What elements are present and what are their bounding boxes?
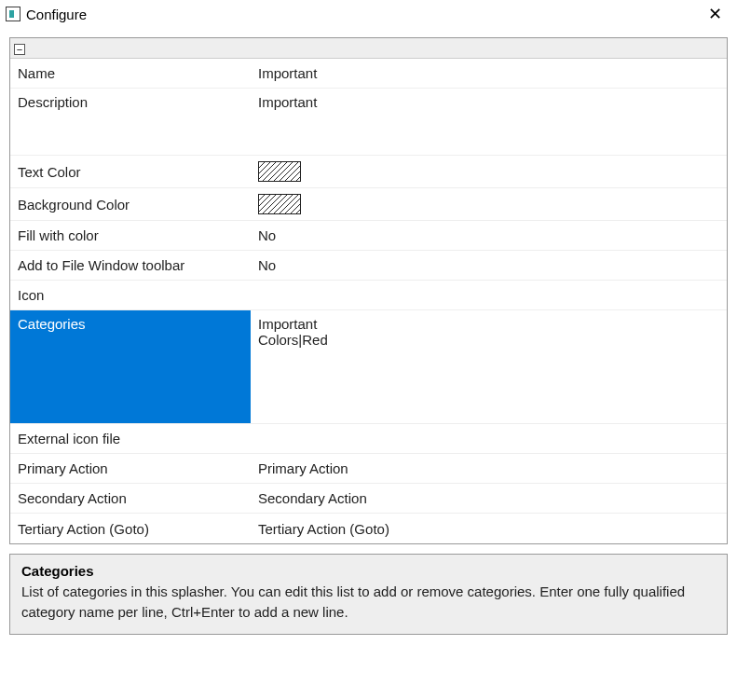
collapse-icon[interactable]: − bbox=[14, 44, 25, 55]
help-panel: Categories List of categories in this sp… bbox=[9, 554, 728, 635]
property-label: Categories bbox=[10, 310, 251, 423]
property-row[interactable]: NameImportant bbox=[10, 59, 727, 89]
svg-rect-1 bbox=[259, 195, 300, 213]
property-label: Icon bbox=[10, 281, 251, 309]
property-value[interactable]: Secondary Action bbox=[251, 484, 727, 513]
property-value[interactable]: No bbox=[251, 221, 727, 250]
help-title: Categories bbox=[21, 563, 716, 579]
color-swatch-none-icon[interactable] bbox=[258, 161, 301, 182]
property-row[interactable]: Primary ActionPrimary Action bbox=[10, 454, 727, 484]
property-value[interactable] bbox=[251, 156, 727, 187]
property-value[interactable]: Important bbox=[251, 89, 727, 155]
property-label: External icon file bbox=[10, 424, 251, 453]
property-label: Text Color bbox=[10, 156, 251, 187]
property-label: Tertiary Action (Goto) bbox=[10, 514, 251, 543]
property-grid: − NameImportantDescriptionImportantText … bbox=[9, 37, 728, 544]
property-value[interactable] bbox=[251, 281, 727, 309]
property-row[interactable]: CategoriesImportant Colors|Red bbox=[10, 310, 727, 424]
property-label: Secondary Action bbox=[10, 484, 251, 513]
property-row[interactable]: External icon file bbox=[10, 424, 727, 454]
property-row[interactable]: DescriptionImportant bbox=[10, 89, 727, 156]
property-label: Fill with color bbox=[10, 221, 251, 250]
window-body: − NameImportantDescriptionImportantText … bbox=[0, 28, 737, 644]
property-row[interactable]: Background Color bbox=[10, 188, 727, 221]
svg-rect-0 bbox=[259, 162, 300, 181]
close-icon[interactable]: ✕ bbox=[703, 4, 728, 24]
property-label: Description bbox=[10, 89, 251, 155]
property-row[interactable]: Tertiary Action (Goto)Tertiary Action (G… bbox=[10, 514, 727, 543]
property-value[interactable]: No bbox=[251, 251, 727, 280]
app-icon bbox=[6, 7, 20, 21]
property-row[interactable]: Icon bbox=[10, 281, 727, 310]
property-row[interactable]: Fill with colorNo bbox=[10, 221, 727, 251]
property-row[interactable]: Add to File Window toolbarNo bbox=[10, 251, 727, 281]
property-label: Name bbox=[10, 59, 251, 88]
property-value[interactable] bbox=[251, 424, 727, 453]
window-title: Configure bbox=[26, 7, 703, 22]
property-value[interactable]: Tertiary Action (Goto) bbox=[251, 514, 727, 543]
property-value[interactable]: Important Colors|Red bbox=[251, 310, 727, 423]
property-row[interactable]: Secondary ActionSecondary Action bbox=[10, 484, 727, 514]
property-value[interactable]: Important bbox=[251, 59, 727, 88]
titlebar: Configure ✕ bbox=[0, 0, 737, 28]
property-label: Background Color bbox=[10, 188, 251, 220]
property-label: Primary Action bbox=[10, 454, 251, 483]
property-value[interactable] bbox=[251, 188, 727, 220]
property-row[interactable]: Text Color bbox=[10, 156, 727, 188]
property-grid-header: − bbox=[10, 38, 727, 59]
property-value[interactable]: Primary Action bbox=[251, 454, 727, 483]
color-swatch-none-icon[interactable] bbox=[258, 194, 301, 214]
help-text: List of categories in this splasher. You… bbox=[21, 582, 716, 623]
property-label: Add to File Window toolbar bbox=[10, 251, 251, 280]
